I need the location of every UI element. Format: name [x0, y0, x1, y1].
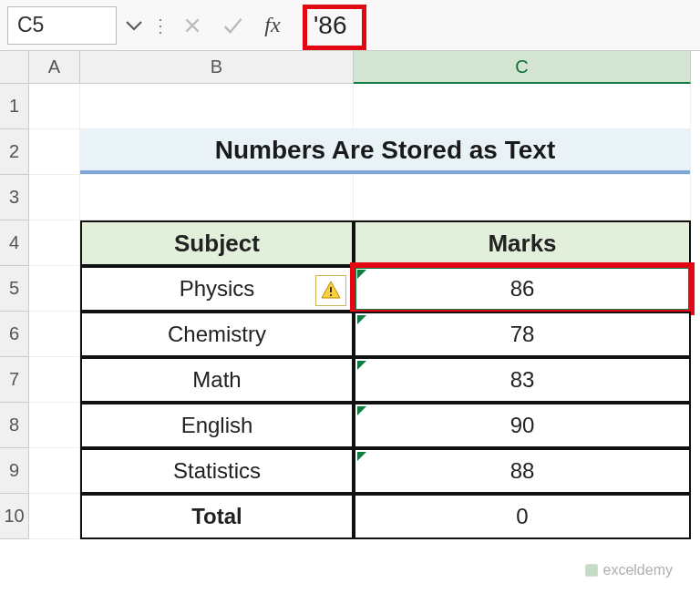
cell-A5[interactable]	[29, 266, 80, 312]
cell-marks-4[interactable]: 90	[354, 403, 691, 448]
cell-C1[interactable]	[354, 84, 691, 129]
row-header-5[interactable]: 5	[0, 266, 29, 312]
formula-text: '86	[304, 11, 347, 40]
svg-rect-1	[330, 294, 332, 296]
table-header-subject[interactable]: Subject	[80, 220, 354, 266]
name-box-dropdown[interactable]	[122, 6, 146, 45]
cell-A8[interactable]	[29, 403, 80, 448]
cell-subject-3[interactable]: Math	[80, 357, 354, 403]
spreadsheet-grid: A B C 1 2 Numbers Are Stored as Text 3 4…	[0, 51, 700, 539]
error-warning-icon[interactable]	[315, 275, 346, 306]
row-header-6[interactable]: 6	[0, 312, 29, 357]
cell-marks-1[interactable]: 86	[354, 266, 691, 312]
row-header-3[interactable]: 3	[0, 175, 29, 220]
cell-A4[interactable]	[29, 220, 80, 266]
cell-total-value[interactable]: 0	[354, 494, 691, 539]
cell-A9[interactable]	[29, 448, 80, 494]
cell-A10[interactable]	[29, 494, 80, 539]
svg-rect-2	[585, 564, 598, 577]
page-title: Numbers Are Stored as Text	[80, 129, 690, 174]
enter-formula-icon[interactable]	[215, 6, 250, 45]
col-header-B[interactable]: B	[80, 51, 354, 84]
cell-marks-5[interactable]: 88	[354, 448, 691, 494]
cell-marks-3[interactable]: 83	[354, 357, 691, 403]
row-header-9[interactable]: 9	[0, 448, 29, 494]
table-header-marks[interactable]: Marks	[354, 220, 691, 266]
title-cell[interactable]: Numbers Are Stored as Text	[80, 129, 691, 175]
row-header-7[interactable]: 7	[0, 357, 29, 403]
fx-icon[interactable]: fx	[255, 13, 290, 37]
row-header-4[interactable]: 4	[0, 220, 29, 266]
select-all-corner[interactable]	[0, 51, 29, 84]
divider-icon: ⋮	[151, 15, 170, 36]
cell-A3[interactable]	[29, 175, 80, 220]
cell-total-label[interactable]: Total	[80, 494, 354, 539]
row-header-10[interactable]: 10	[0, 494, 29, 539]
cell-B1[interactable]	[80, 84, 354, 129]
formula-input[interactable]: '86	[295, 6, 693, 45]
name-box-value: C5	[17, 13, 44, 37]
row-header-1[interactable]: 1	[0, 84, 29, 129]
marks-value-1: 86	[510, 276, 535, 302]
cell-subject-1[interactable]: Physics	[80, 266, 354, 312]
row-header-2[interactable]: 2	[0, 129, 29, 175]
cell-subject-4[interactable]: English	[80, 403, 354, 448]
cell-A7[interactable]	[29, 357, 80, 403]
cell-B3[interactable]	[80, 175, 354, 220]
cell-A6[interactable]	[29, 312, 80, 357]
col-header-C[interactable]: C	[354, 51, 691, 84]
watermark-text: exceldemy	[603, 562, 673, 578]
cell-A2[interactable]	[29, 129, 80, 175]
svg-rect-0	[330, 287, 332, 292]
watermark: exceldemy	[583, 562, 673, 578]
cell-C3[interactable]	[354, 175, 691, 220]
cell-A1[interactable]	[29, 84, 80, 129]
cancel-formula-icon[interactable]	[175, 6, 210, 45]
row-header-8[interactable]: 8	[0, 403, 29, 448]
name-box[interactable]: C5	[7, 6, 117, 45]
cell-marks-2[interactable]: 78	[354, 312, 691, 357]
cell-subject-5[interactable]: Statistics	[80, 448, 354, 494]
formula-bar: C5 ⋮ fx '86	[0, 0, 700, 51]
col-header-A[interactable]: A	[29, 51, 80, 84]
cell-subject-2[interactable]: Chemistry	[80, 312, 354, 357]
